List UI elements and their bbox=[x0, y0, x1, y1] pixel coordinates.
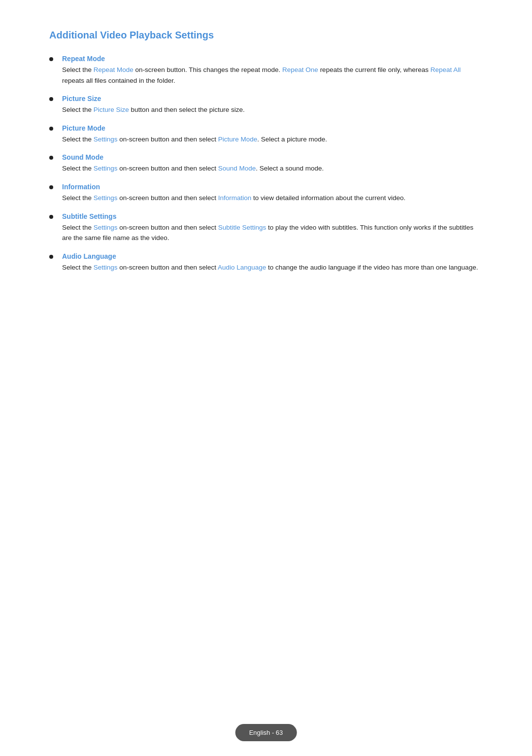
link-settings-sound: Settings bbox=[94, 165, 118, 172]
section-content-subtitle-settings: Subtitle Settings Select the Settings on… bbox=[62, 212, 483, 243]
body-audio-language: Select the Settings on-screen button and… bbox=[62, 264, 478, 271]
body-information: Select the Settings on-screen button and… bbox=[62, 194, 405, 202]
link-audio-language: Audio Language bbox=[218, 264, 266, 271]
list-item-audio-language: Audio Language Select the Settings on-sc… bbox=[49, 252, 483, 273]
section-content-picture-size: Picture Size Select the Picture Size but… bbox=[62, 95, 483, 115]
bullet-repeat-mode bbox=[49, 57, 53, 61]
body-sound-mode: Select the Settings on-screen button and… bbox=[62, 165, 324, 172]
list-item-repeat-mode: Repeat Mode Select the Repeat Mode on-sc… bbox=[49, 55, 483, 86]
bullet-audio-language bbox=[49, 255, 53, 259]
heading-audio-language: Audio Language bbox=[62, 252, 483, 260]
bullet-picture-size bbox=[49, 97, 53, 101]
bullet-subtitle-settings bbox=[49, 215, 53, 219]
section-content-picture-mode: Picture Mode Select the Settings on-scre… bbox=[62, 124, 483, 145]
list-item-picture-size: Picture Size Select the Picture Size but… bbox=[49, 95, 483, 115]
list-item-sound-mode: Sound Mode Select the Settings on-screen… bbox=[49, 153, 483, 174]
heading-subtitle-settings: Subtitle Settings bbox=[62, 212, 483, 220]
link-repeat-one: Repeat One bbox=[282, 66, 318, 73]
page-title: Additional Video Playback Settings bbox=[49, 30, 483, 41]
body-subtitle-settings: Select the Settings on-screen button and… bbox=[62, 224, 473, 242]
heading-repeat-mode: Repeat Mode bbox=[62, 55, 483, 63]
section-content-information: Information Select the Settings on-scree… bbox=[62, 183, 483, 204]
link-information: Information bbox=[218, 194, 252, 202]
link-settings-audio: Settings bbox=[94, 264, 118, 271]
link-repeat-all: Repeat All bbox=[431, 66, 461, 73]
link-settings-information: Settings bbox=[94, 194, 118, 202]
section-content-sound-mode: Sound Mode Select the Settings on-screen… bbox=[62, 153, 483, 174]
footer-label: English - 63 bbox=[235, 724, 297, 741]
section-content-repeat-mode: Repeat Mode Select the Repeat Mode on-sc… bbox=[62, 55, 483, 86]
link-settings-picture: Settings bbox=[94, 136, 118, 143]
heading-information: Information bbox=[62, 183, 483, 191]
bullet-sound-mode bbox=[49, 156, 53, 160]
link-settings-subtitle: Settings bbox=[94, 224, 118, 231]
list-item-subtitle-settings: Subtitle Settings Select the Settings on… bbox=[49, 212, 483, 243]
section-list: Repeat Mode Select the Repeat Mode on-sc… bbox=[49, 55, 483, 273]
bullet-information bbox=[49, 185, 53, 189]
body-repeat-mode: Select the Repeat Mode on-screen button.… bbox=[62, 66, 461, 84]
link-sound-mode: Sound Mode bbox=[218, 165, 256, 172]
link-picture-mode: Picture Mode bbox=[218, 136, 258, 143]
body-picture-mode: Select the Settings on-screen button and… bbox=[62, 136, 327, 143]
list-item-information: Information Select the Settings on-scree… bbox=[49, 183, 483, 204]
page-container: Additional Video Playback Settings Repea… bbox=[0, 0, 532, 331]
heading-sound-mode: Sound Mode bbox=[62, 153, 483, 161]
link-picture-size: Picture Size bbox=[94, 106, 129, 113]
body-picture-size: Select the Picture Size button and then … bbox=[62, 106, 245, 113]
link-subtitle-settings: Subtitle Settings bbox=[218, 224, 266, 231]
list-item-picture-mode: Picture Mode Select the Settings on-scre… bbox=[49, 124, 483, 145]
bullet-picture-mode bbox=[49, 127, 53, 131]
heading-picture-size: Picture Size bbox=[62, 95, 483, 103]
heading-picture-mode: Picture Mode bbox=[62, 124, 483, 132]
link-repeat-mode-1: Repeat Mode bbox=[94, 66, 133, 73]
section-content-audio-language: Audio Language Select the Settings on-sc… bbox=[62, 252, 483, 273]
